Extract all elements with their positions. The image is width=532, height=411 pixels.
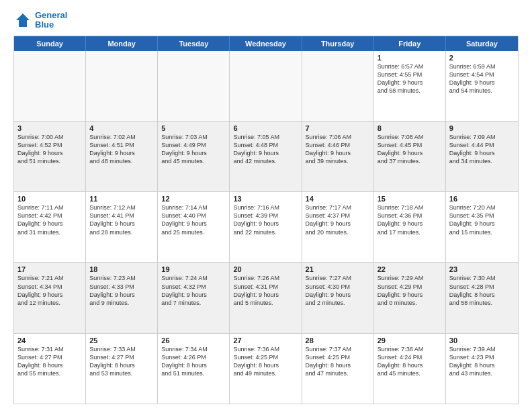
day-number: 9: [449, 124, 515, 132]
day-number: 25: [89, 336, 154, 345]
day-info: Sunrise: 7:08 AM Sunset: 4:45 PM Dayligh…: [378, 133, 442, 166]
day-number: 22: [378, 265, 442, 273]
calendar-cell: 12Sunrise: 7:14 AM Sunset: 4:40 PM Dayli…: [158, 192, 230, 262]
weekday-header: Friday: [374, 36, 446, 51]
day-number: 14: [306, 195, 370, 203]
day-info: Sunrise: 7:34 AM Sunset: 4:26 PM Dayligh…: [161, 345, 226, 378]
calendar-cell: [14, 51, 86, 121]
day-number: 23: [449, 265, 515, 273]
day-number: 6: [233, 124, 298, 132]
calendar-cell: 18Sunrise: 7:23 AM Sunset: 4:33 PM Dayli…: [86, 263, 158, 332]
day-number: 20: [233, 265, 298, 273]
weekday-header: Thursday: [302, 36, 374, 51]
calendar-cell: 19Sunrise: 7:24 AM Sunset: 4:32 PM Dayli…: [158, 263, 230, 332]
day-number: 30: [449, 336, 515, 345]
day-info: Sunrise: 7:05 AM Sunset: 4:48 PM Dayligh…: [233, 133, 298, 166]
calendar-cell: 10Sunrise: 7:11 AM Sunset: 4:42 PM Dayli…: [14, 192, 86, 262]
day-info: Sunrise: 7:06 AM Sunset: 4:46 PM Dayligh…: [306, 133, 370, 166]
day-info: Sunrise: 7:33 AM Sunset: 4:27 PM Dayligh…: [89, 345, 154, 378]
day-number: 24: [17, 336, 82, 345]
day-info: Sunrise: 7:09 AM Sunset: 4:44 PM Dayligh…: [449, 133, 515, 166]
calendar-cell: 29Sunrise: 7:38 AM Sunset: 4:24 PM Dayli…: [374, 334, 446, 404]
calendar-cell: [302, 51, 374, 121]
day-number: 10: [17, 195, 82, 203]
calendar-cell: 26Sunrise: 7:34 AM Sunset: 4:26 PM Dayli…: [158, 334, 230, 404]
day-info: Sunrise: 7:00 AM Sunset: 4:52 PM Dayligh…: [17, 133, 82, 166]
calendar-cell: 25Sunrise: 7:33 AM Sunset: 4:27 PM Dayli…: [86, 334, 158, 404]
day-info: Sunrise: 7:12 AM Sunset: 4:41 PM Dayligh…: [89, 203, 154, 236]
calendar-row: 10Sunrise: 7:11 AM Sunset: 4:42 PM Dayli…: [14, 191, 518, 262]
calendar-cell: 17Sunrise: 7:21 AM Sunset: 4:34 PM Dayli…: [14, 263, 86, 332]
day-number: 27: [233, 336, 298, 345]
calendar-cell: 13Sunrise: 7:16 AM Sunset: 4:39 PM Dayli…: [230, 192, 302, 262]
calendar-cell: [158, 51, 230, 121]
calendar-cell: [230, 51, 302, 121]
calendar-row: 3Sunrise: 7:00 AM Sunset: 4:52 PM Daylig…: [14, 121, 518, 191]
calendar-cell: 28Sunrise: 7:37 AM Sunset: 4:25 PM Dayli…: [302, 334, 374, 404]
day-info: Sunrise: 7:36 AM Sunset: 4:25 PM Dayligh…: [233, 345, 298, 378]
logo-icon: [13, 11, 32, 30]
calendar-cell: 4Sunrise: 7:02 AM Sunset: 4:51 PM Daylig…: [86, 122, 158, 191]
day-info: Sunrise: 7:18 AM Sunset: 4:36 PM Dayligh…: [378, 203, 442, 236]
calendar-cell: 16Sunrise: 7:20 AM Sunset: 4:35 PM Dayli…: [446, 192, 518, 262]
calendar-header: SundayMondayTuesdayWednesdayThursdayFrid…: [14, 36, 518, 51]
calendar-cell: 24Sunrise: 7:31 AM Sunset: 4:27 PM Dayli…: [14, 334, 86, 404]
weekday-header: Monday: [86, 36, 158, 51]
day-number: 19: [161, 265, 226, 273]
day-number: 13: [233, 195, 298, 203]
logo: General Blue: [13, 11, 67, 30]
day-number: 5: [161, 124, 226, 132]
calendar-body: 1Sunrise: 6:57 AM Sunset: 4:55 PM Daylig…: [14, 51, 518, 404]
calendar-cell: 7Sunrise: 7:06 AM Sunset: 4:46 PM Daylig…: [302, 122, 374, 191]
calendar-cell: [86, 51, 158, 121]
day-info: Sunrise: 7:30 AM Sunset: 4:28 PM Dayligh…: [449, 274, 515, 307]
weekday-header: Wednesday: [230, 36, 302, 51]
calendar-cell: 5Sunrise: 7:03 AM Sunset: 4:49 PM Daylig…: [158, 122, 230, 191]
day-info: Sunrise: 7:20 AM Sunset: 4:35 PM Dayligh…: [449, 203, 515, 236]
day-number: 28: [306, 336, 370, 345]
calendar-cell: 11Sunrise: 7:12 AM Sunset: 4:41 PM Dayli…: [86, 192, 158, 262]
calendar-row: 17Sunrise: 7:21 AM Sunset: 4:34 PM Dayli…: [14, 262, 518, 332]
day-number: 15: [378, 195, 442, 203]
calendar-cell: 22Sunrise: 7:29 AM Sunset: 4:29 PM Dayli…: [374, 263, 446, 332]
page: General Blue SundayMondayTuesdayWednesda…: [0, 0, 532, 411]
day-info: Sunrise: 7:03 AM Sunset: 4:49 PM Dayligh…: [161, 133, 226, 166]
day-number: 21: [306, 265, 370, 273]
day-number: 26: [161, 336, 226, 345]
calendar-cell: 14Sunrise: 7:17 AM Sunset: 4:37 PM Dayli…: [302, 192, 374, 262]
calendar-cell: 2Sunrise: 6:59 AM Sunset: 4:54 PM Daylig…: [446, 51, 518, 121]
day-number: 7: [306, 124, 370, 132]
day-info: Sunrise: 6:59 AM Sunset: 4:54 PM Dayligh…: [449, 62, 515, 95]
day-info: Sunrise: 7:24 AM Sunset: 4:32 PM Dayligh…: [161, 274, 226, 307]
day-number: 29: [378, 336, 442, 345]
calendar-cell: 21Sunrise: 7:27 AM Sunset: 4:30 PM Dayli…: [302, 263, 374, 332]
day-info: Sunrise: 7:16 AM Sunset: 4:39 PM Dayligh…: [233, 203, 298, 236]
header: General Blue: [13, 11, 519, 30]
day-info: Sunrise: 7:02 AM Sunset: 4:51 PM Dayligh…: [89, 133, 154, 166]
calendar-cell: 6Sunrise: 7:05 AM Sunset: 4:48 PM Daylig…: [230, 122, 302, 191]
day-info: Sunrise: 7:23 AM Sunset: 4:33 PM Dayligh…: [89, 274, 154, 307]
calendar: SundayMondayTuesdayWednesdayThursdayFrid…: [13, 36, 519, 404]
weekday-header: Sunday: [14, 36, 86, 51]
day-number: 4: [89, 124, 154, 132]
day-info: Sunrise: 7:29 AM Sunset: 4:29 PM Dayligh…: [378, 274, 442, 307]
calendar-cell: 15Sunrise: 7:18 AM Sunset: 4:36 PM Dayli…: [374, 192, 446, 262]
calendar-cell: 1Sunrise: 6:57 AM Sunset: 4:55 PM Daylig…: [374, 51, 446, 121]
day-info: Sunrise: 7:21 AM Sunset: 4:34 PM Dayligh…: [17, 274, 82, 307]
day-number: 11: [89, 195, 154, 203]
day-number: 16: [449, 195, 515, 203]
day-number: 8: [378, 124, 442, 132]
day-info: Sunrise: 7:37 AM Sunset: 4:25 PM Dayligh…: [306, 345, 370, 378]
day-info: Sunrise: 7:17 AM Sunset: 4:37 PM Dayligh…: [306, 203, 370, 236]
day-info: Sunrise: 7:14 AM Sunset: 4:40 PM Dayligh…: [161, 203, 226, 236]
weekday-header: Saturday: [446, 36, 518, 51]
day-number: 3: [17, 124, 82, 132]
day-number: 17: [17, 265, 82, 273]
day-number: 2: [449, 54, 515, 62]
day-info: Sunrise: 7:31 AM Sunset: 4:27 PM Dayligh…: [17, 345, 82, 378]
calendar-cell: 27Sunrise: 7:36 AM Sunset: 4:25 PM Dayli…: [230, 334, 302, 404]
calendar-cell: 9Sunrise: 7:09 AM Sunset: 4:44 PM Daylig…: [446, 122, 518, 191]
calendar-cell: 20Sunrise: 7:26 AM Sunset: 4:31 PM Dayli…: [230, 263, 302, 332]
calendar-cell: 30Sunrise: 7:39 AM Sunset: 4:23 PM Dayli…: [446, 334, 518, 404]
calendar-row: 1Sunrise: 6:57 AM Sunset: 4:55 PM Daylig…: [14, 51, 518, 121]
